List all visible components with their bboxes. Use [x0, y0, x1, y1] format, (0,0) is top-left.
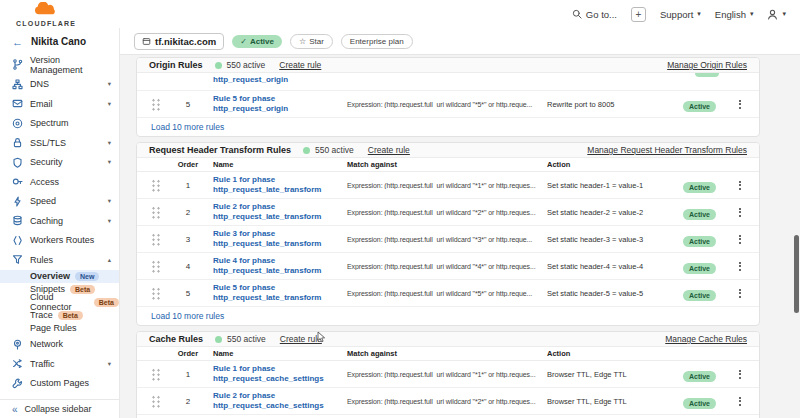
table-row: 5 Rule 5 for phase http_request_origin E… — [137, 91, 759, 118]
create-rule-link[interactable]: Create rule — [279, 60, 321, 70]
shield-icon — [12, 157, 23, 168]
subitem-badge: Beta — [58, 311, 83, 320]
table-row: 1 Rule 1 for phase http_request_late_tra… — [137, 172, 759, 199]
kebab-menu-icon[interactable] — [729, 202, 751, 222]
column-header-match: Match against — [347, 160, 547, 169]
table-row: 2 Rule 2 for phase http_request_cache_se… — [137, 388, 759, 415]
language-menu[interactable]: English ▾ — [715, 9, 754, 20]
drag-handle-icon[interactable] — [151, 260, 161, 273]
drag-handle-icon[interactable] — [151, 395, 161, 408]
drag-handle-icon[interactable] — [151, 206, 161, 219]
load-more-rules-link[interactable]: Load 10 more rules — [137, 118, 759, 136]
sidebar-item-access[interactable]: Access — [0, 172, 119, 192]
section-title: Cache Rules — [149, 334, 203, 344]
rule-name-link[interactable]: Rule 1 for phase http_request_late_trans… — [213, 175, 347, 195]
rule-name-link[interactable]: Rule 5 for phase http_request_late_trans… — [213, 283, 347, 303]
sidebar-item-label: Email — [30, 99, 53, 109]
email-icon — [12, 98, 23, 109]
kebab-menu-icon[interactable] — [729, 94, 751, 114]
sidebar-item-speed[interactable]: Speed ▾ — [0, 192, 119, 212]
user-menu[interactable]: ▾ — [767, 9, 786, 20]
collapse-sidebar-button[interactable]: « Collapse sidebar — [0, 399, 119, 418]
rule-name-link[interactable]: http_request_origin — [213, 75, 288, 84]
sidebar-item-workers-routes[interactable]: Workers Routes — [0, 231, 119, 251]
drag-handle-icon[interactable] — [151, 368, 161, 381]
rule-name-link[interactable]: Rule 4 for phase http_request_late_trans… — [213, 256, 347, 276]
table-row: 2 Rule 2 for phase http_request_late_tra… — [137, 199, 759, 226]
rule-name-link[interactable]: Rule 3 for phase http_request_late_trans… — [213, 229, 347, 249]
rule-match-expression: Expression: (http.request.full_uri wildc… — [347, 371, 547, 378]
column-header-match: Match against — [347, 349, 547, 358]
search-icon — [572, 9, 582, 19]
section-title: Request Header Transform Rules — [149, 145, 291, 155]
support-menu[interactable]: Support ▾ — [660, 9, 701, 20]
chevron-down-icon: ▾ — [108, 139, 111, 147]
sidebar-item-label: Security — [30, 157, 63, 167]
domain-selector[interactable]: tf.nikitac.com — [134, 33, 224, 50]
rule-name-link[interactable]: Rule 2 for phase http_request_late_trans… — [213, 202, 347, 222]
column-header-action: Action — [547, 349, 683, 358]
drag-handle-icon[interactable] — [151, 287, 161, 300]
star-button[interactable]: ☆ Star — [290, 34, 333, 49]
rule-order: 4 — [173, 262, 203, 271]
key-icon — [12, 176, 23, 187]
user-icon — [767, 9, 778, 20]
manage-cache-rules-link[interactable]: Manage Cache Rules — [665, 334, 747, 344]
kebab-menu-icon[interactable] — [729, 364, 751, 384]
chevron-down-icon: ▾ — [108, 360, 111, 368]
star-icon: ☆ — [299, 37, 306, 46]
sidebar-item-spectrum[interactable]: Spectrum — [0, 114, 119, 134]
sidebar-item-ssl-tls[interactable]: SSL/TLS ▾ — [0, 133, 119, 153]
rule-name-link[interactable]: Rule 5 for phase http_request_origin — [213, 94, 347, 114]
vertical-scrollbar[interactable] — [794, 235, 799, 313]
table-row-clipped: http_request_origin — [137, 73, 759, 91]
rule-name-line: http_request_cache_settings — [213, 374, 347, 384]
sidebar-item-traffic[interactable]: Traffic ▾ — [0, 354, 119, 374]
rule-name-link[interactable]: Rule 2 for phase http_request_cache_sett… — [213, 391, 347, 411]
kebab-menu-icon[interactable] — [729, 175, 751, 195]
drag-handle-icon[interactable] — [151, 179, 161, 192]
sidebar-subitem[interactable]: Cloud Connector Beta — [0, 296, 119, 309]
account-header: ← Nikita Cano — [0, 28, 120, 55]
sidebar-item-version-management[interactable]: Version Management — [0, 55, 119, 75]
zone-header: tf.nikitac.com ✓ Active ☆ Star Enterpris… — [120, 28, 800, 55]
rule-action: Set static header-5 = value-5 — [547, 289, 683, 298]
manage-origin-rules-link[interactable]: Manage Origin Rules — [667, 60, 747, 70]
rule-match-expression: Expression: (http.request.full_uri wildc… — [347, 182, 547, 189]
sidebar-item-label: Rules — [30, 255, 53, 265]
workers-icon — [12, 235, 23, 246]
sidebar-subitem[interactable]: Page Rules — [0, 322, 119, 335]
back-arrow-icon[interactable]: ← — [12, 36, 23, 48]
filter-icon — [12, 254, 23, 265]
rule-name-line: Rule 5 for phase — [213, 94, 347, 104]
load-more-rules-link[interactable]: Load 10 more rules — [137, 307, 759, 325]
sidebar-item-caching[interactable]: Caching ▾ — [0, 211, 119, 231]
rule-action: Browser TTL, Edge TTL — [547, 397, 683, 406]
drag-handle-icon[interactable] — [151, 233, 161, 246]
create-rule-link[interactable]: Create rule — [368, 145, 410, 155]
sidebar-item-custom-pages[interactable]: Custom Pages — [0, 374, 119, 394]
rule-name-link[interactable]: Rule 1 for phase http_request_cache_sett… — [213, 364, 347, 384]
drag-handle-icon[interactable] — [151, 98, 161, 111]
sidebar-item-rules[interactable]: Rules ▴ — [0, 250, 119, 270]
kebab-menu-icon[interactable] — [729, 229, 751, 249]
sidebar-subitem[interactable]: Overview New — [0, 270, 119, 283]
add-button[interactable]: + — [631, 7, 646, 22]
sidebar-item-email[interactable]: Email ▾ — [0, 94, 119, 114]
kebab-menu-icon[interactable] — [729, 256, 751, 276]
rule-match-expression: Expression: (http.request.full_uri wildc… — [347, 209, 547, 216]
rule-name-line: Rule 1 for phase — [213, 364, 347, 374]
search-button[interactable]: Go to... — [572, 9, 617, 20]
cloudflare-logo[interactable]: CLOUDFLARE — [16, 2, 76, 27]
rule-action: Rewrite port to 8005 — [547, 100, 683, 109]
sidebar-item-network[interactable]: Network — [0, 335, 119, 355]
create-rule-link[interactable]: Create rule — [280, 334, 322, 344]
kebab-menu-icon[interactable] — [729, 283, 751, 303]
rule-action: Set static header-4 = value-4 — [547, 262, 683, 271]
manage-transform-rules-link[interactable]: Manage Request Header Transform Rules — [587, 145, 747, 155]
sidebar-item-dns[interactable]: DNS ▾ — [0, 75, 119, 95]
kebab-menu-icon[interactable] — [729, 391, 751, 411]
rule-name-line: Rule 1 for phase — [213, 175, 347, 185]
sidebar-item-security[interactable]: Security ▾ — [0, 153, 119, 173]
sidebar-item-label: DNS — [30, 79, 49, 89]
